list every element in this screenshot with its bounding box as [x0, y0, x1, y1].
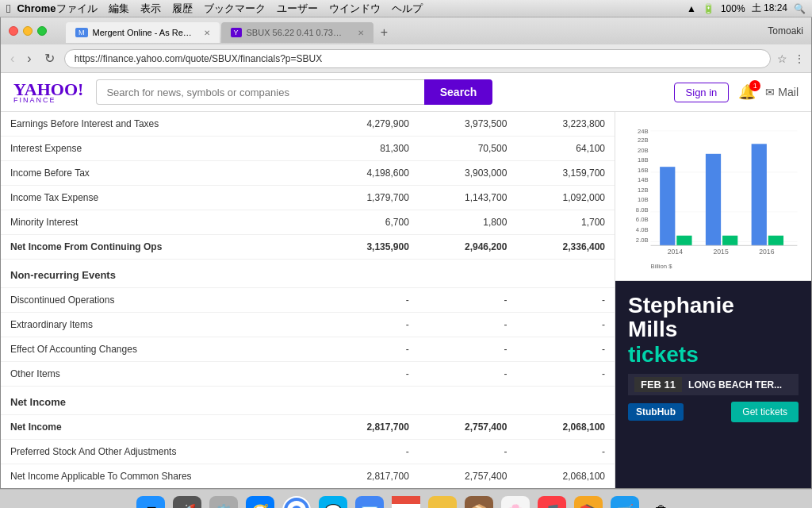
bar-2015-blue	[706, 154, 721, 246]
row-col1: 81,300	[320, 137, 419, 161]
url-text: https://finance.yahoo.com/quote/SBUX/fin…	[75, 53, 323, 64]
apple-menu[interactable]: 	[6, 2, 10, 15]
ad-name-line1: Stephanie	[628, 294, 799, 318]
get-tickets-button[interactable]: Get tickets	[731, 402, 799, 422]
dock-trash[interactable]: 🗑	[645, 495, 677, 509]
table-row: Extraordinary Items - - -	[1, 313, 615, 337]
row-col2: 3,973,500	[419, 112, 517, 137]
search-container: Search	[96, 79, 492, 105]
financial-table-area: Earnings Before Interest and Taxes 4,279…	[1, 112, 615, 488]
table-row: Effect Of Accounting Changes - - -	[1, 337, 615, 362]
search-icon[interactable]: 🔍	[794, 3, 806, 14]
menu-view[interactable]: 表示	[140, 2, 161, 16]
svg-text:16B: 16B	[638, 167, 649, 174]
dock-launchpad[interactable]: 🚀	[171, 495, 203, 509]
menu-help[interactable]: ヘルプ	[392, 2, 423, 16]
mail-link[interactable]: ✉ Mail	[765, 86, 799, 98]
row-col3: 2,336,400	[516, 235, 615, 260]
tab-label-mergent: Mergent Online - As Reported...	[93, 28, 196, 37]
reload-button[interactable]: ↻	[41, 49, 58, 67]
ad-name-line2: Mills	[628, 318, 799, 342]
svg-text:8.0B: 8.0B	[636, 206, 649, 214]
row-label: Interest Expense	[1, 137, 320, 161]
maximize-button[interactable]	[37, 26, 47, 36]
dock-photos[interactable]: 🌸	[500, 495, 531, 509]
svg-text:📦: 📦	[470, 503, 488, 509]
dock-safari[interactable]: 🧭	[244, 495, 276, 509]
row-col1: 2,817,700	[320, 464, 419, 489]
dock-calendar[interactable]: 11	[390, 495, 422, 509]
dock-stickies[interactable]	[427, 495, 458, 509]
row-label: Minority Interest	[1, 210, 320, 235]
menu-user[interactable]: ユーザー	[277, 2, 318, 16]
menu-history[interactable]: 履歴	[172, 2, 193, 16]
svg-text:24B: 24B	[638, 128, 649, 135]
table-row: Income Before Tax 4,198,600 3,903,000 3,…	[1, 161, 615, 186]
back-button[interactable]: ‹	[7, 50, 17, 67]
svg-text:🗑: 🗑	[653, 502, 670, 509]
tab-mergent[interactable]: M Mergent Online - As Reported... ✕	[66, 22, 220, 43]
mail-icon: ✉	[765, 86, 775, 98]
mail-label: Mail	[778, 86, 799, 98]
dock-skype[interactable]: 💬	[317, 495, 349, 509]
table-row: Income Tax Expense 1,379,700 1,143,700 1…	[1, 186, 615, 210]
ad-date-venue: FEB 11 LONG BEACH TER...	[628, 374, 799, 395]
dock-mail[interactable]: ✉️	[354, 495, 385, 509]
svg-text:12B: 12B	[638, 187, 649, 194]
menu-bookmarks[interactable]: ブックマーク	[204, 2, 266, 16]
profile-name: Tomoaki	[768, 25, 803, 37]
bar-2014-green	[676, 236, 691, 246]
tab-close-sbux[interactable]: ✕	[358, 29, 364, 37]
row-col3: -	[516, 337, 615, 362]
financial-table: Earnings Before Interest and Taxes 4,279…	[1, 112, 615, 488]
svg-text:💬: 💬	[324, 503, 343, 509]
menu-edit[interactable]: 編集	[109, 2, 129, 16]
svg-text:4.0B: 4.0B	[636, 226, 649, 233]
mac-menubar:  Chrome ファイル 編集 表示 履歴 ブックマーク ユーザー ウインドウ…	[0, 0, 812, 17]
dock-app-store[interactable]: 🛒	[609, 495, 641, 509]
ad-name: Stephanie Mills	[628, 294, 799, 343]
close-button[interactable]	[9, 26, 18, 36]
section-header-net-income: Net Income	[1, 387, 615, 415]
table-row-net-income: Net Income 2,817,700 2,757,400 2,068,100	[1, 415, 615, 440]
search-button[interactable]: Search	[424, 79, 493, 105]
bar-2015-green	[722, 236, 737, 246]
row-col2: 2,946,200	[419, 235, 517, 260]
dock-finder[interactable]: 🖥	[135, 495, 167, 509]
menu-icon[interactable]: ⋮	[794, 52, 805, 65]
ad-venue: LONG BEACH TER...	[688, 379, 782, 391]
sign-in-button[interactable]: Sign in	[674, 83, 730, 102]
row-col2: -	[419, 288, 517, 313]
row-col1: 4,279,900	[320, 112, 419, 137]
dock-system-prefs[interactable]: ⚙️	[208, 495, 239, 509]
svg-text:🚀: 🚀	[178, 503, 197, 509]
dock-music[interactable]: 🎵	[536, 495, 568, 509]
forward-button[interactable]: ›	[24, 50, 34, 67]
notification-badge: 1	[749, 80, 760, 91]
row-label: Income Before Tax	[1, 161, 320, 186]
dock-chrome[interactable]	[281, 495, 312, 509]
menu-file[interactable]: ファイル	[56, 2, 98, 16]
row-col2: 1,800	[419, 210, 517, 235]
traffic-lights	[9, 26, 47, 36]
menu-window[interactable]: ウインドウ	[329, 2, 381, 16]
notification-icon[interactable]: 🔔 1	[738, 83, 756, 101]
wifi-icon: ▲	[687, 3, 696, 14]
row-col3: -	[516, 440, 615, 464]
row-col1: -	[320, 337, 419, 362]
tab-close-mergent[interactable]: ✕	[204, 29, 210, 37]
dock-ibooks[interactable]: 📚	[573, 495, 604, 509]
search-input[interactable]	[96, 79, 423, 105]
new-tab-button[interactable]: +	[373, 22, 396, 43]
main-content: Earnings Before Interest and Taxes 4,279…	[1, 112, 811, 488]
yahoo-logo: YAHOO! FINANCE	[13, 81, 83, 104]
tab-sbux[interactable]: Y SBUX 56.22 0.41 0.73% : Sta... ✕	[221, 22, 373, 43]
tabs-bar: M Mergent Online - As Reported... ✕ Y SB…	[59, 19, 755, 43]
table-row: Net Income Applicable To Common Shares 2…	[1, 464, 615, 489]
star-icon[interactable]: ☆	[777, 52, 787, 65]
row-label: Effect Of Accounting Changes	[1, 337, 320, 362]
svg-text:⚙️: ⚙️	[215, 503, 233, 509]
url-bar[interactable]: https://finance.yahoo.com/quote/SBUX/fin…	[64, 49, 771, 68]
minimize-button[interactable]	[23, 26, 33, 36]
dock-packages[interactable]: 📦	[463, 495, 495, 509]
